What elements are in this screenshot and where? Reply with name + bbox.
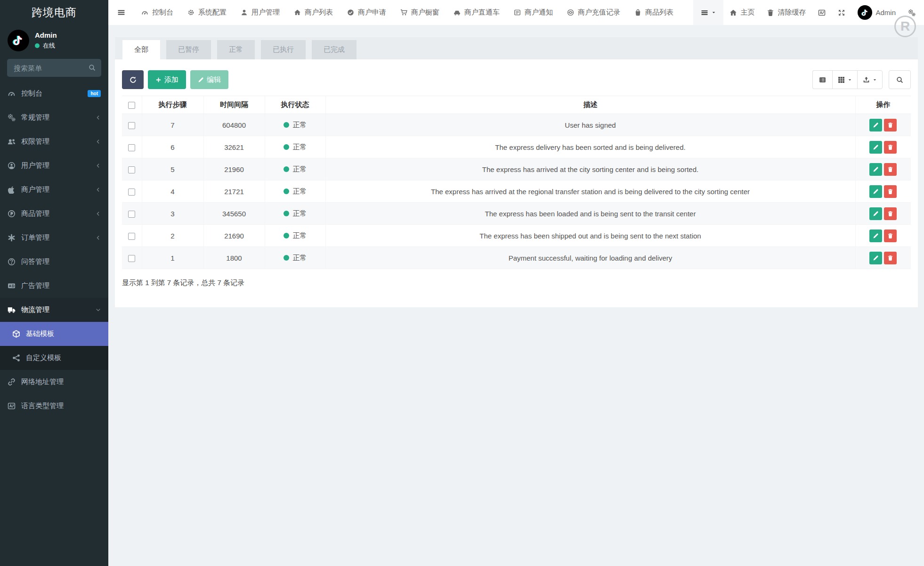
cell-operations (855, 180, 911, 203)
row-checkbox[interactable] (128, 166, 135, 173)
sidebar-item-custom-template[interactable]: 自定义模板 (0, 346, 108, 370)
sidebar-item-qa[interactable]: 问答管理 (0, 250, 108, 274)
sidebar-item-label: 物流管理 (21, 305, 49, 314)
topnav-item-merchant-recharge[interactable]: 商户充值记录 (560, 0, 627, 25)
tab-bar: 全部已暂停正常已执行已完成 (115, 37, 918, 59)
user-menu[interactable]: Admin (851, 0, 902, 25)
column-header-0: 执行步骤 (142, 96, 203, 114)
tab-executed[interactable]: 已执行 (261, 40, 306, 59)
row-delete-button[interactable] (884, 141, 897, 154)
select-all-checkbox[interactable] (128, 102, 135, 109)
registered-watermark: R (894, 16, 916, 37)
row-edit-button[interactable] (869, 230, 882, 242)
row-edit-button[interactable] (869, 252, 882, 264)
cell-step: 5 (142, 158, 203, 180)
add-button[interactable]: 添加 (148, 70, 186, 89)
sidebar-item-language-manage[interactable]: 语言类型管理 (0, 394, 108, 418)
home-icon-slot (729, 9, 737, 16)
sidebar-item-label: 订单管理 (21, 233, 49, 242)
pencil-icon (873, 144, 879, 150)
search-icon-slot[interactable] (89, 64, 96, 71)
row-checkbox[interactable] (128, 233, 135, 240)
share-icon (12, 354, 20, 362)
table-row: 632621正常The express delivery has been so… (122, 136, 911, 158)
table-search-button[interactable] (889, 70, 911, 89)
home-link[interactable]: 主页 (723, 0, 761, 25)
topnav-item-product-list[interactable]: 商品列表 (627, 0, 681, 25)
fullscreen-button[interactable] (832, 0, 851, 25)
cell-checkbox (122, 158, 142, 180)
sidebar-item-ad[interactable]: 广告管理 (0, 274, 108, 298)
topnav-item-system-config[interactable]: 系统配置 (180, 0, 234, 25)
row-delete-button[interactable] (884, 163, 897, 176)
sidebar-item-product[interactable]: 商品管理 (0, 202, 108, 226)
trash-icon (887, 255, 893, 261)
sidebar-item-label: 用户管理 (21, 161, 49, 170)
language-icon (8, 402, 16, 410)
avatar (8, 30, 29, 51)
refresh-button[interactable] (122, 70, 144, 89)
row-edit-button[interactable] (869, 119, 882, 131)
sidebar-item-logistics[interactable]: 物流管理 (0, 298, 108, 322)
row-checkbox[interactable] (128, 255, 135, 262)
topnav-item-merchant-window[interactable]: 商户橱窗 (393, 0, 446, 25)
row-delete-button[interactable] (884, 119, 897, 131)
topnav-item-merchant-apply[interactable]: 商户申请 (340, 0, 393, 25)
row-edit-button[interactable] (869, 163, 882, 176)
tab-paused[interactable]: 已暂停 (166, 40, 211, 59)
edit-button[interactable]: 编辑 (190, 70, 228, 89)
caret-icon (712, 10, 716, 15)
topnav-item-merchant-list[interactable]: 商户列表 (287, 0, 340, 25)
sidebar-item-permission[interactable]: 权限管理 (0, 130, 108, 154)
column-header-3: 描述 (325, 96, 855, 114)
row-checkbox[interactable] (128, 144, 135, 151)
status-text: 正常 (293, 121, 307, 129)
row-edit-button[interactable] (869, 207, 882, 220)
topnav-item-console[interactable]: 控制台 (134, 0, 180, 25)
truck-icon (8, 306, 16, 314)
nav-list-button[interactable] (693, 0, 723, 25)
sidebar-item-general[interactable]: 常规管理 (0, 106, 108, 130)
topnav-item-merchant-notice[interactable]: 商户通知 (507, 0, 560, 25)
row-checkbox[interactable] (128, 122, 135, 129)
cell-checkbox (122, 136, 142, 158)
row-checkbox[interactable] (128, 189, 135, 196)
clear-cache-button[interactable]: 清除缓存 (761, 0, 812, 25)
user-status: 在线 (35, 41, 57, 50)
table-tools (812, 70, 911, 89)
row-checkbox[interactable] (128, 211, 135, 218)
sidebar-item-base-template[interactable]: 基础模板 (0, 322, 108, 346)
topnav-item-merchant-express[interactable]: 商户直通车 (446, 0, 507, 25)
detail-view-button[interactable] (812, 70, 832, 89)
row-edit-button[interactable] (869, 141, 882, 154)
cell-description: The express has arrived at the regional … (325, 180, 855, 203)
sidebar-toggle-button[interactable] (108, 0, 134, 25)
tab-normal[interactable]: 正常 (217, 40, 255, 59)
columns-button[interactable] (832, 70, 857, 89)
cell-interval: 604800 (203, 114, 265, 136)
row-edit-button[interactable] (869, 185, 882, 198)
topnav-item-user-manage[interactable]: 用户管理 (234, 0, 287, 25)
list-alt-icon (819, 76, 826, 83)
sidebar-item-console[interactable]: 控制台hot (0, 82, 108, 106)
tab-completed[interactable]: 已完成 (312, 40, 357, 59)
sidebar-item-user[interactable]: 用户管理 (0, 154, 108, 178)
menu-search-input[interactable] (7, 59, 101, 77)
row-delete-button[interactable] (884, 230, 897, 242)
row-delete-button[interactable] (884, 252, 897, 264)
row-delete-button[interactable] (884, 185, 897, 198)
cell-operations (855, 114, 911, 136)
status-dot-icon (284, 255, 289, 261)
cell-status: 正常 (265, 203, 325, 225)
export-button[interactable] (857, 70, 883, 89)
sidebar-item-merchant[interactable]: 商户管理 (0, 178, 108, 202)
sidebar-item-url-manage[interactable]: 网络地址管理 (0, 370, 108, 394)
question-circle-icon (8, 258, 16, 266)
sidebar-item-order[interactable]: 订单管理 (0, 226, 108, 250)
cell-checkbox (122, 225, 142, 247)
cell-description: Payment successful, waiting for loading … (325, 247, 855, 269)
tab-all[interactable]: 全部 (122, 40, 160, 59)
chev-down-icon (96, 307, 101, 312)
row-delete-button[interactable] (884, 207, 897, 220)
translate-button[interactable] (812, 0, 832, 25)
